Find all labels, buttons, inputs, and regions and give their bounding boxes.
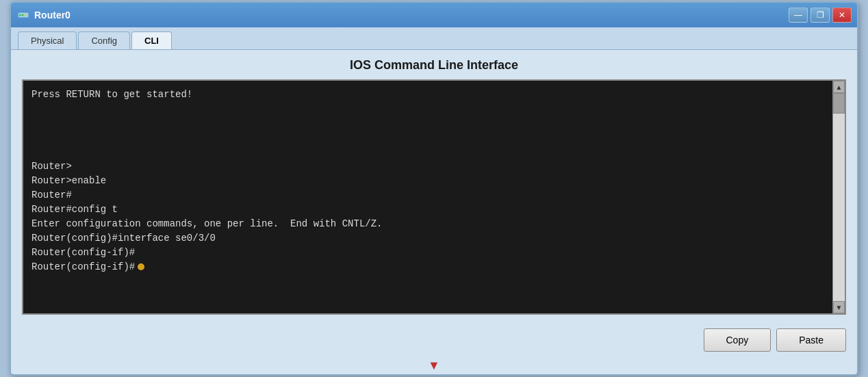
paste-button[interactable]: Paste bbox=[776, 328, 846, 352]
title-bar: Router0 — ❐ ✕ bbox=[11, 3, 857, 27]
cli-scrollbar[interactable]: ▲ ▼ bbox=[832, 81, 845, 313]
bottom-bar: Copy Paste bbox=[11, 323, 857, 357]
window-controls: — ❐ ✕ bbox=[789, 8, 852, 23]
minimize-button[interactable]: — bbox=[789, 8, 808, 23]
section-title: IOS Command Line Interface bbox=[22, 58, 846, 73]
router-icon bbox=[16, 8, 30, 22]
svg-point-2 bbox=[22, 14, 24, 16]
router-window: Router0 — ❐ ✕ Physical Config CLI IOS Co… bbox=[10, 1, 858, 376]
cli-terminal[interactable]: Press RETURN to get started! Router> Rou… bbox=[23, 81, 832, 313]
svg-point-3 bbox=[25, 14, 27, 16]
scroll-down-button[interactable]: ▼ bbox=[833, 301, 845, 313]
tab-physical[interactable]: Physical bbox=[18, 31, 77, 49]
window-title: Router0 bbox=[34, 10, 71, 21]
cli-container[interactable]: Press RETURN to get started! Router> Rou… bbox=[22, 79, 846, 315]
content-area: IOS Command Line Interface Press RETURN … bbox=[11, 50, 857, 323]
close-button[interactable]: ✕ bbox=[832, 8, 852, 23]
scroll-track bbox=[833, 93, 845, 301]
bottom-arrow: ▼ bbox=[11, 357, 857, 374]
maximize-button[interactable]: ❐ bbox=[810, 8, 830, 23]
tab-cli[interactable]: CLI bbox=[131, 31, 172, 49]
svg-point-1 bbox=[19, 14, 21, 16]
copy-button[interactable]: Copy bbox=[704, 328, 771, 352]
tab-bar: Physical Config CLI bbox=[11, 27, 857, 50]
scroll-up-button[interactable]: ▲ bbox=[833, 81, 845, 93]
scroll-thumb[interactable] bbox=[833, 93, 845, 114]
tab-config[interactable]: Config bbox=[78, 31, 130, 49]
